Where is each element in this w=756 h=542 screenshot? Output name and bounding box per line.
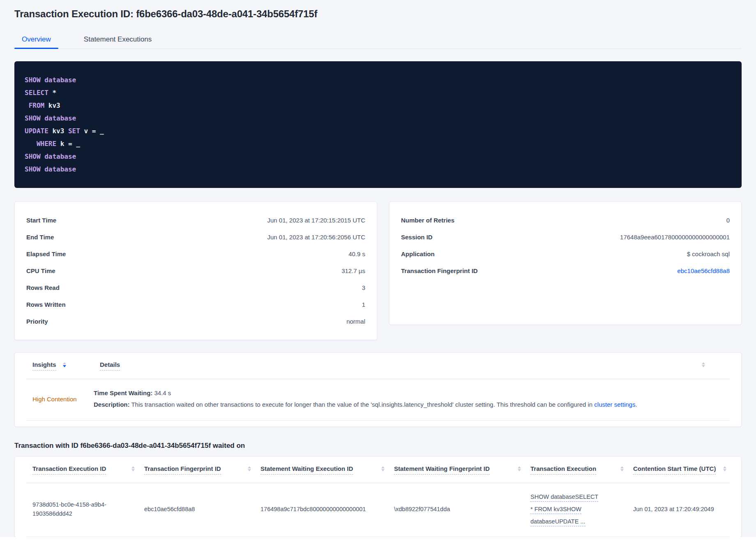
sort-icon[interactable]: [248, 465, 251, 475]
summary-value: Jun 01, 2023 at 17:20:56:2056 UTC: [267, 234, 365, 241]
column-header-transaction-fingerprint-id[interactable]: Transaction Fingerprint ID: [138, 465, 254, 475]
sql-keyword: database: [44, 76, 76, 84]
sort-icon[interactable]: [702, 361, 705, 367]
tab-statement-executions[interactable]: Statement Executions: [76, 30, 159, 49]
summary-row: Start TimeJun 01, 2023 at 17:20:15:2015 …: [26, 212, 365, 229]
cell-contention-start-time: Jun 01, 2023 at 17:20:49:2049: [627, 505, 730, 514]
transaction-execution-link[interactable]: SHOW databaseSELECT * FROM kv3SHOW datab…: [530, 493, 598, 526]
summary-label: Session ID: [401, 234, 433, 241]
tab-overview[interactable]: Overview: [14, 30, 58, 49]
sql-text: kv3: [44, 102, 60, 109]
sql-keyword: SHOW: [25, 76, 41, 84]
tab-bar: Overview Statement Executions: [14, 30, 742, 49]
sql-keyword: database: [44, 165, 76, 173]
sort-up-icon: [518, 466, 521, 468]
summary-value: 0: [726, 217, 730, 224]
column-header-label[interactable]: Transaction Fingerprint ID: [144, 465, 221, 475]
insights-column-label[interactable]: Insights: [32, 361, 56, 371]
sort-up-icon: [63, 362, 66, 364]
sql-text: [25, 102, 29, 109]
tab-statement-executions-label: Statement Executions: [84, 35, 152, 44]
sort-icon[interactable]: [63, 361, 66, 367]
sort-icon[interactable]: [620, 465, 624, 475]
insight-waiting-line: Time Spent Waiting: 34.4 s: [94, 389, 730, 397]
summary-label: End Time: [26, 234, 54, 241]
sort-icon[interactable]: [381, 465, 385, 475]
insight-description-line: Description: This transaction waited on …: [94, 401, 730, 409]
sort-down-icon: [131, 469, 135, 471]
insight-details: Time Spent Waiting: 34.4 s Description: …: [94, 389, 730, 409]
sort-up-icon: [702, 362, 705, 364]
cell-transaction-execution: SHOW databaseSELECT * FROM kv3SHOW datab…: [524, 491, 627, 528]
bottom-strip: [0, 537, 756, 542]
cell-transaction-execution-id: 9738d051-bc0e-4158-a9b4-1903586ddd42: [26, 500, 138, 518]
page-title: Transaction Execution ID: f6be6366-da03-…: [14, 8, 742, 20]
column-header-statement-waiting-fingerprint-id[interactable]: Statement Waiting Fingerprint ID: [388, 465, 524, 475]
sort-up-icon: [248, 466, 251, 468]
cluster-settings-link[interactable]: cluster settings: [594, 401, 635, 408]
summary-label: Number of Retries: [401, 217, 454, 224]
sort-icon[interactable]: [131, 465, 135, 475]
column-header-statement-waiting-execution-id[interactable]: Statement Waiting Execution ID: [254, 465, 388, 475]
summary-label: Elapsed Time: [26, 250, 66, 257]
sql-line: SHOW database: [25, 112, 731, 125]
details-column-header[interactable]: Details: [100, 361, 730, 371]
insight-row: High Contention Time Spent Waiting: 34.4…: [26, 379, 730, 421]
sort-down-icon: [702, 365, 705, 367]
summary-label: Priority: [26, 318, 48, 325]
sql-line: SHOW database: [25, 150, 731, 163]
column-header-transaction-execution[interactable]: Transaction Execution: [524, 465, 627, 475]
description-label: Description:: [94, 401, 130, 408]
waited-on-header-row: Transaction Execution IDTransaction Fing…: [26, 457, 730, 483]
sort-icon[interactable]: [723, 465, 726, 475]
column-header-label[interactable]: Transaction Execution ID: [32, 465, 106, 475]
summary-row: Transaction Fingerprint IDebc10ae56cfd88…: [401, 262, 730, 279]
sql-text: [25, 140, 37, 148]
sort-down-icon: [381, 469, 385, 471]
sort-down-icon: [248, 469, 251, 471]
column-header-transaction-execution-id[interactable]: Transaction Execution ID: [26, 465, 138, 475]
sort-icon[interactable]: [518, 465, 521, 475]
sort-down-icon: [723, 469, 726, 471]
transaction-details-page: Transaction Execution ID: f6be6366-da03-…: [0, 8, 756, 537]
waited-on-heading: Transaction with ID f6be6366-da03-48de-a…: [14, 442, 742, 450]
insights-header-row: Insights Details: [26, 353, 730, 379]
column-header-contention-start-time-utc[interactable]: Contention Start Time (UTC): [627, 465, 730, 475]
sql-text: *: [48, 89, 56, 97]
summary-label: Rows Written: [26, 301, 66, 308]
sort-down-icon: [620, 469, 624, 471]
summary-value: 312.7 µs: [341, 267, 365, 274]
column-header-label[interactable]: Statement Waiting Execution ID: [260, 465, 353, 475]
sql-keyword: UPDATE: [25, 127, 48, 135]
summary-cards: Start TimeJun 01, 2023 at 17:20:15:2015 …: [14, 202, 742, 340]
details-column-label[interactable]: Details: [100, 361, 120, 371]
sort-down-icon: [518, 469, 521, 471]
cell-statement-waiting-fingerprint-id: \xdb8922f077541dda: [388, 505, 524, 514]
summary-label: Rows Read: [26, 284, 60, 291]
summary-row: Elapsed Time40.9 s: [26, 246, 365, 262]
sql-text: [41, 153, 45, 160]
sql-text: k = _: [56, 140, 80, 148]
sql-text: v = _: [80, 127, 104, 135]
sql-keyword: SHOW: [25, 153, 41, 160]
fingerprint-id-link[interactable]: ebc10ae56cfd88a8: [677, 267, 730, 274]
summary-value: 3: [362, 284, 365, 291]
summary-row: Rows Read3: [26, 279, 365, 296]
sort-up-icon: [381, 466, 385, 468]
summary-label: Application: [401, 250, 435, 257]
sql-keyword: SHOW: [25, 114, 41, 122]
column-header-label[interactable]: Statement Waiting Fingerprint ID: [394, 465, 490, 475]
summary-label: Start Time: [26, 217, 56, 224]
sort-up-icon: [620, 466, 624, 468]
sql-text: [41, 114, 45, 122]
column-header-label[interactable]: Transaction Execution: [530, 465, 596, 475]
summary-row: Rows Written1: [26, 296, 365, 313]
sql-keyword: database: [44, 153, 76, 160]
insights-column-header[interactable]: Insights: [26, 361, 100, 371]
sql-keyword: FROM: [29, 102, 45, 109]
column-header-label[interactable]: Contention Start Time (UTC): [633, 465, 716, 475]
summary-row: End TimeJun 01, 2023 at 17:20:56:2056 UT…: [26, 229, 365, 246]
sql-statement-box: SHOW databaseSELECT * FROM kv3SHOW datab…: [14, 61, 742, 188]
sql-line: SHOW database: [25, 163, 731, 176]
summary-row: CPU Time312.7 µs: [26, 262, 365, 279]
